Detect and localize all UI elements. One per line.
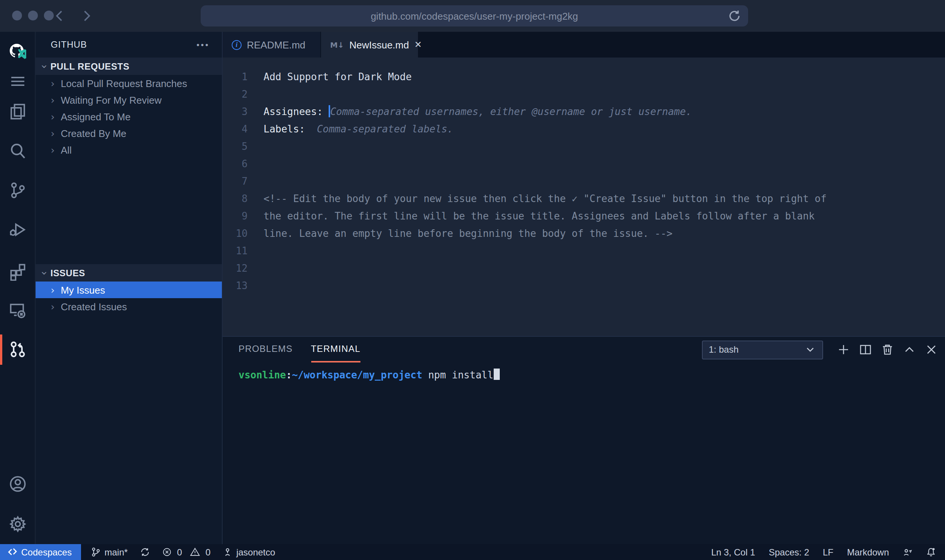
traffic-lights: [12, 11, 54, 20]
editor-line: Add Support for Dark Mode: [262, 68, 412, 86]
branch-indicator[interactable]: main*: [91, 547, 128, 557]
new-terminal-icon[interactable]: [837, 344, 850, 356]
activity-bar: [0, 32, 36, 544]
chevron-right-icon: ›: [51, 78, 55, 88]
tab-newissue[interactable]: M↓ NewIssue.md ✕: [321, 32, 418, 58]
line-number: 7: [223, 173, 262, 190]
tree-item-created-issues[interactable]: › Created Issues: [36, 298, 222, 315]
terminal-shell-select[interactable]: 1: bash: [702, 340, 823, 359]
bottom-panel: PROBLEMS TERMINAL 1: bash: [223, 336, 945, 544]
line-number: 9: [223, 207, 262, 225]
settings-gear-icon[interactable]: [0, 514, 36, 534]
tree-item-local-pull-request-branches[interactable]: › Local Pull Request Branches: [36, 75, 222, 92]
section-issues[interactable]: › ISSUES: [36, 264, 222, 282]
chevron-right-icon: ›: [51, 302, 55, 311]
github-sidebar: GITHUB ••• › PULL REQUESTS › Local Pull …: [36, 32, 223, 544]
github-pull-request-icon[interactable]: [0, 339, 36, 359]
line-number: 12: [223, 260, 262, 277]
extensions-icon[interactable]: [0, 262, 36, 282]
editor-line: the editor. The first line will be the i…: [262, 207, 815, 225]
line-number: 8: [223, 190, 262, 207]
status-bar: Codespaces main* 0 0 jasonetco Ln 3, Col: [0, 544, 945, 560]
chevron-right-icon: ›: [51, 145, 55, 155]
line-number: 6: [223, 155, 262, 173]
close-window-button[interactable]: [12, 11, 22, 20]
sync-changes-button[interactable]: [140, 547, 150, 557]
editor-tab-bar: i README.md M↓ NewIssue.md ✕: [223, 32, 945, 58]
problems-indicator[interactable]: 0 0: [162, 547, 211, 557]
chevron-right-icon: ›: [51, 112, 55, 121]
notifications-bell-icon[interactable]: [926, 547, 936, 557]
kill-terminal-trash-icon[interactable]: [881, 344, 894, 356]
account-icon[interactable]: [0, 474, 36, 493]
terminal-output[interactable]: vsonline:~/workspace/my_project npm inst…: [223, 362, 945, 384]
live-share-user[interactable]: jasonetco: [223, 547, 275, 557]
reload-icon[interactable]: [728, 9, 741, 23]
line-number: 3: [223, 103, 262, 120]
language-mode-indicator[interactable]: Markdown: [847, 547, 889, 557]
line-number: 2: [223, 86, 262, 103]
editor-area[interactable]: 1Add Support for Dark Mode 2 3Assignees:…: [223, 58, 945, 336]
chevron-right-icon: ›: [51, 285, 55, 295]
browser-back-button[interactable]: [53, 9, 67, 23]
url-text: github.com/codespaces/user-my-project-mg…: [371, 10, 578, 22]
sidebar-header: GITHUB •••: [36, 32, 222, 58]
eol-indicator[interactable]: LF: [823, 547, 833, 557]
maximize-panel-icon[interactable]: [903, 344, 915, 356]
browser-titlebar: github.com/codespaces/user-my-project-mg…: [0, 0, 945, 32]
search-icon[interactable]: [0, 141, 36, 160]
menu-icon[interactable]: [0, 71, 36, 91]
browser-forward-button[interactable]: [80, 9, 93, 23]
line-number: 13: [223, 277, 262, 294]
minimize-window-button[interactable]: [28, 11, 38, 20]
tab-readme[interactable]: i README.md: [223, 32, 321, 58]
more-actions-icon[interactable]: •••: [196, 41, 210, 48]
editor-line: line. Leave an empty line before beginni…: [262, 225, 672, 242]
chevron-right-icon: ›: [51, 95, 55, 105]
address-bar[interactable]: github.com/codespaces/user-my-project-mg…: [201, 5, 748, 26]
codespaces-remote-button[interactable]: Codespaces: [0, 544, 81, 560]
terminal-cursor: [493, 369, 499, 380]
line-number: 5: [223, 138, 262, 155]
tab-terminal[interactable]: TERMINAL: [311, 337, 360, 362]
tree-item-all[interactable]: › All: [36, 142, 222, 158]
close-panel-icon[interactable]: [925, 344, 937, 356]
remote-explorer-icon[interactable]: [0, 300, 36, 319]
github-codespaces-logo-icon: [0, 38, 36, 65]
tab-problems[interactable]: PROBLEMS: [239, 337, 293, 362]
editor-line: Labels: Comma-separated labels.: [262, 120, 453, 138]
info-icon: i: [232, 40, 242, 50]
chevron-down-icon: [804, 344, 816, 356]
split-terminal-icon[interactable]: [859, 344, 872, 356]
tree-item-waiting-for-my-review[interactable]: › Waiting For My Review: [36, 92, 222, 108]
line-number: 1: [223, 68, 262, 86]
sidebar-spacer: [36, 158, 222, 264]
tree-item-assigned-to-me[interactable]: › Assigned To Me: [36, 108, 222, 125]
cursor-position-indicator[interactable]: Ln 3, Col 1: [711, 547, 755, 557]
editor-line: <!-- Edit the body of your new issue the…: [262, 190, 826, 207]
source-control-icon[interactable]: [0, 180, 36, 200]
sidebar-title: GITHUB: [51, 39, 87, 50]
editor-line: Assignees: Comma-separated usernames, ei…: [262, 103, 692, 120]
indentation-indicator[interactable]: Spaces: 2: [769, 547, 809, 557]
chevron-down-icon: ›: [39, 271, 50, 275]
close-tab-icon[interactable]: ✕: [414, 39, 422, 50]
line-number: 4: [223, 120, 262, 138]
tree-item-created-by-me[interactable]: › Created By Me: [36, 125, 222, 142]
codespaces-window: github.com/codespaces/user-my-project-mg…: [0, 0, 945, 560]
markdown-file-icon: M↓: [330, 40, 344, 49]
panel-header: PROBLEMS TERMINAL 1: bash: [223, 337, 945, 362]
feedback-icon[interactable]: [903, 547, 912, 557]
tree-item-my-issues[interactable]: › My Issues: [36, 282, 222, 298]
chevron-right-icon: ›: [51, 128, 55, 138]
chevron-down-icon: ›: [39, 64, 50, 68]
run-debug-icon[interactable]: [0, 219, 36, 239]
maximize-window-button[interactable]: [44, 11, 54, 20]
line-number: 11: [223, 242, 262, 260]
line-number: 10: [223, 225, 262, 242]
explorer-icon[interactable]: [0, 101, 36, 121]
section-pull-requests[interactable]: › PULL REQUESTS: [36, 58, 222, 75]
